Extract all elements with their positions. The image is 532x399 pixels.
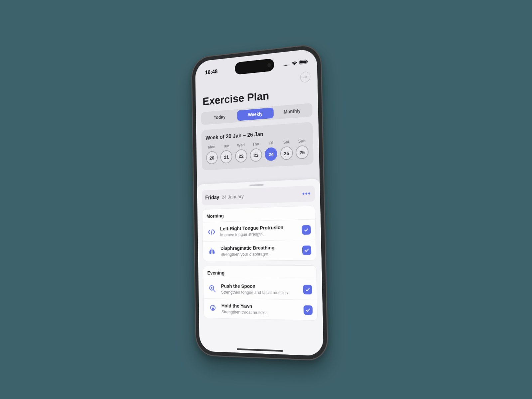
wifi-icon — [292, 60, 297, 67]
svg-rect-6 — [307, 61, 308, 63]
day-name: Sat — [283, 140, 289, 145]
svg-point-9 — [306, 76, 307, 77]
svg-point-15 — [213, 306, 214, 307]
svg-point-3 — [287, 65, 288, 66]
tab-weekly[interactable]: Weekly — [237, 107, 274, 121]
exercise-title: Diaphragmatic Breathing — [220, 244, 299, 251]
day-name: Thu — [252, 142, 259, 147]
svg-point-11 — [211, 287, 212, 289]
svg-point-0 — [284, 65, 285, 66]
check-icon — [304, 247, 310, 253]
exercise-title: Hold the Yawn — [221, 303, 300, 310]
day-fri[interactable]: Fri 24 — [264, 140, 278, 161]
phone-mockup: 16:48 Exercise Plan — [191, 43, 329, 361]
day-name: Tue — [223, 144, 229, 149]
status-time: 16:48 — [205, 68, 217, 76]
check-icon — [305, 307, 311, 313]
exercise-title: Push the Spoon — [221, 283, 299, 290]
day-thu[interactable]: Thu 23 — [249, 141, 263, 162]
week-day-row: Mon 20 Tue 21 Wed 22 Thu 23 — [205, 138, 309, 165]
header-more-button[interactable] — [300, 71, 310, 83]
day-number: 21 — [220, 150, 232, 164]
exercise-item[interactable]: Diaphragmatic Breathing Strengthen your … — [203, 240, 316, 261]
day-name: Wed — [237, 143, 245, 148]
day-number: 25 — [280, 146, 293, 160]
check-icon — [304, 227, 309, 233]
ellipsis-icon — [303, 74, 308, 80]
tongue-lr-icon — [206, 226, 216, 237]
tab-monthly[interactable]: Monthly — [273, 104, 311, 118]
svg-point-13 — [212, 307, 214, 310]
home-indicator[interactable] — [237, 348, 283, 352]
svg-rect-5 — [300, 61, 306, 64]
day-number: 23 — [250, 148, 262, 162]
day-mon[interactable]: Mon 20 — [205, 144, 218, 164]
day-wed[interactable]: Wed 22 — [234, 142, 247, 163]
day-number: 22 — [235, 149, 247, 163]
day-sat[interactable]: Sat 25 — [280, 139, 293, 160]
spoon-icon — [207, 283, 218, 295]
day-name: Mon — [208, 145, 215, 150]
app-screen: 16:48 Exercise Plan — [195, 48, 324, 356]
exercise-item[interactable]: Left-Right Tongue Protrusion Improve ton… — [202, 219, 316, 241]
exercise-subtitle: Strengthen your diaphragm. — [220, 251, 299, 257]
battery-icon — [299, 59, 308, 66]
exercise-item[interactable]: Hold the Yawn Strengthen throat muscles. — [204, 298, 318, 320]
day-sun[interactable]: Sun 26 — [295, 138, 309, 159]
exercise-subtitle: Improve tongue strength. — [220, 231, 298, 237]
sheet-grabber[interactable] — [249, 184, 263, 186]
exercise-checkbox[interactable] — [303, 285, 312, 294]
day-name: Sun — [298, 139, 306, 144]
day-tue[interactable]: Tue 21 — [220, 143, 233, 164]
lungs-icon — [207, 246, 217, 257]
check-icon — [305, 287, 310, 292]
exercise-subtitle: Strengthen tongue and facial muscles. — [221, 290, 299, 295]
day-number: 20 — [206, 151, 218, 165]
section-title: Morning — [202, 206, 315, 222]
svg-point-7 — [304, 76, 305, 77]
svg-point-1 — [285, 65, 286, 66]
week-card: Week of 20 Jan – 26 Jan Mon 20 Tue 21 We… — [201, 122, 314, 170]
selected-date: 24 January — [221, 193, 244, 200]
day-sheet: Friday 24 January ••• Morning — [197, 179, 324, 356]
exercise-item[interactable]: Push the Spoon Strengthen tongue and fac… — [203, 279, 317, 300]
exercise-subtitle: Strengthen throat muscles. — [221, 309, 300, 316]
selected-date-row: Friday 24 January ••• — [202, 186, 315, 205]
svg-point-8 — [305, 76, 306, 77]
exercise-checkbox[interactable] — [302, 245, 312, 255]
section-title: Evening — [203, 266, 317, 279]
exercise-checkbox[interactable] — [304, 305, 313, 315]
svg-point-14 — [211, 306, 212, 307]
selected-weekday: Friday — [205, 194, 219, 200]
day-actions-button[interactable]: ••• — [302, 190, 311, 198]
section-morning: Morning Left-Right Tongue Protrusion Imp… — [202, 205, 316, 261]
svg-point-2 — [286, 65, 287, 66]
day-number: 26 — [296, 145, 309, 159]
yawn-icon — [208, 303, 218, 314]
exercise-checkbox[interactable] — [302, 225, 311, 234]
section-evening: Evening Push the Spoon Strengthen tongue… — [203, 265, 318, 321]
exercise-title: Left-Right Tongue Protrusion — [220, 224, 298, 232]
